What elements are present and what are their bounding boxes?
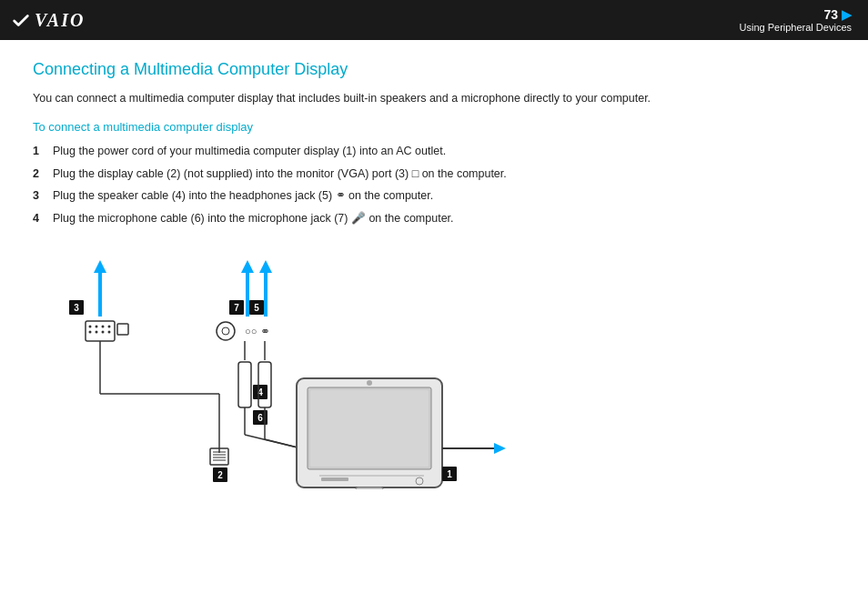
vaio-logo-text: VAIO bbox=[35, 10, 85, 31]
step-1-num: 1 bbox=[33, 143, 45, 160]
svg-rect-10 bbox=[117, 324, 128, 335]
svg-point-2 bbox=[89, 325, 92, 327]
vaio-check-icon bbox=[11, 10, 31, 30]
steps-list: 1 Plug the power cord of your multimedia… bbox=[33, 143, 835, 227]
svg-point-52 bbox=[367, 380, 372, 386]
svg-text:7: 7 bbox=[234, 303, 239, 313]
svg-point-5 bbox=[108, 325, 111, 327]
step-3-text: Plug the speaker cable (4) into the head… bbox=[53, 187, 835, 205]
svg-rect-37 bbox=[238, 362, 251, 407]
header-arrow-icon: ▶ bbox=[842, 7, 852, 22]
svg-point-26 bbox=[222, 327, 229, 335]
page-title: Connecting a Multimedia Computer Display bbox=[33, 60, 835, 79]
step-1: 1 Plug the power cord of your multimedia… bbox=[33, 143, 835, 160]
step-4-num: 4 bbox=[33, 210, 45, 227]
step-3-num: 3 bbox=[33, 187, 45, 205]
sub-heading: To connect a multimedia computer display bbox=[33, 120, 835, 134]
svg-text:○○: ○○ bbox=[245, 326, 257, 337]
svg-point-4 bbox=[102, 325, 105, 327]
svg-text:5: 5 bbox=[254, 303, 259, 313]
svg-point-9 bbox=[108, 330, 111, 333]
diagram: 3 2 ○○ ⚭ bbox=[51, 244, 542, 489]
diagram-svg: 3 2 ○○ ⚭ bbox=[51, 244, 542, 489]
svg-point-6 bbox=[89, 330, 92, 333]
svg-rect-53 bbox=[356, 487, 383, 489]
step-2-num: 2 bbox=[33, 166, 45, 183]
svg-text:3: 3 bbox=[74, 303, 79, 313]
svg-rect-51 bbox=[310, 390, 429, 467]
header: VAIO 73 ▶ Using Peripheral Devices bbox=[0, 0, 868, 40]
step-2-text: Plug the display cable (2) (not supplied… bbox=[53, 166, 835, 183]
svg-marker-14 bbox=[94, 260, 106, 273]
step-1-text: Plug the power cord of your multimedia c… bbox=[53, 143, 835, 160]
svg-rect-57 bbox=[321, 477, 348, 481]
svg-point-3 bbox=[96, 325, 98, 327]
svg-marker-36 bbox=[259, 260, 272, 273]
step-4: 4 Plug the microphone cable (6) into the… bbox=[33, 210, 835, 227]
svg-text:6: 6 bbox=[257, 413, 263, 423]
header-right: 73 ▶ Using Peripheral Devices bbox=[740, 7, 853, 33]
svg-marker-59 bbox=[494, 443, 506, 454]
step-3: 3 Plug the speaker cable (4) into the he… bbox=[33, 187, 835, 205]
intro-text: You can connect a multimedia computer di… bbox=[33, 90, 835, 107]
page-number: 73 ▶ bbox=[823, 7, 852, 22]
svg-text:1: 1 bbox=[447, 469, 452, 479]
step-2: 2 Plug the display cable (2) (not suppli… bbox=[33, 166, 835, 183]
page-content: Connecting a Multimedia Computer Display… bbox=[0, 40, 868, 506]
svg-marker-34 bbox=[241, 260, 254, 273]
section-title: Using Peripheral Devices bbox=[740, 22, 853, 33]
svg-text:⚭: ⚭ bbox=[260, 325, 270, 338]
svg-point-7 bbox=[96, 330, 98, 333]
svg-point-8 bbox=[102, 330, 105, 333]
step-4-text: Plug the microphone cable (6) into the m… bbox=[53, 210, 835, 227]
svg-point-25 bbox=[217, 322, 235, 340]
vaio-logo: VAIO bbox=[11, 10, 85, 31]
svg-text:2: 2 bbox=[217, 470, 223, 480]
